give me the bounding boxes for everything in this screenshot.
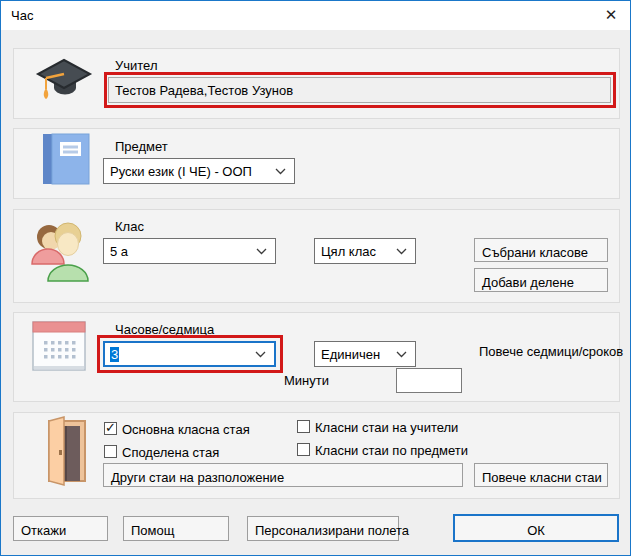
add-division-button[interactable]: Добави делене [474, 268, 608, 292]
titlebar: Час ✕ [1, 1, 630, 30]
hours-per-week-value: 3 [110, 347, 119, 362]
chevron-down-icon [275, 168, 286, 175]
class-scope-value: Цял клас [321, 244, 376, 259]
home-classroom-checkbox-label: Основна класна стая [122, 422, 250, 437]
teacher-rooms-checkbox[interactable]: Класни стаи на учители [297, 420, 458, 435]
subject-rooms-checkbox-box[interactable] [297, 443, 310, 456]
teacher-field[interactable]: Тестов Радева,Тестов Узунов [108, 77, 611, 103]
cancel-button[interactable]: Откажи [13, 516, 108, 541]
class-select-value: 5 а [110, 244, 128, 259]
more-weeks-terms-label[interactable]: Повече седмици/сроков [479, 344, 623, 359]
shared-room-checkbox[interactable]: Споделена стая [104, 445, 219, 460]
hours-per-week-label: Часове/седмица [115, 322, 214, 337]
subject-select[interactable]: Руски език (I ЧЕ) - ООП [103, 158, 295, 184]
chevron-down-icon [396, 248, 407, 255]
class-select[interactable]: 5 а [103, 238, 276, 264]
teacher-rooms-checkbox-box[interactable] [297, 420, 310, 433]
door-icon [33, 416, 89, 488]
class-scope-select[interactable]: Цял клас [314, 238, 416, 264]
lesson-dialog: Час ✕ Учител Тестов Радева,Тестов Узунов… [0, 0, 631, 556]
teacher-label: Учител [115, 58, 158, 73]
help-button[interactable]: Помощ [123, 516, 229, 541]
calendar-icon [31, 319, 87, 375]
class-label: Клас [115, 219, 144, 234]
subject-rooms-checkbox[interactable]: Класни стаи по предмети [297, 443, 468, 458]
chevron-down-icon [256, 248, 267, 255]
subject-select-value: Руски език (I ЧЕ) - ООП [110, 164, 252, 179]
shared-room-checkbox-box[interactable] [104, 445, 117, 458]
home-classroom-checkbox-box[interactable] [104, 422, 117, 435]
custom-fields-button[interactable]: Персонализирани полета [247, 516, 399, 541]
subject-label: Предмет [115, 139, 168, 154]
chevron-down-icon [396, 351, 407, 358]
hours-per-week-combo[interactable]: 3 [103, 341, 276, 367]
home-classroom-checkbox[interactable]: Основна класна стая [104, 422, 250, 437]
window-title: Час [11, 8, 33, 23]
minutes-input[interactable] [396, 368, 462, 393]
chevron-down-icon [255, 351, 266, 358]
subject-rooms-checkbox-label: Класни стаи по предмети [315, 443, 468, 458]
period-type-value: Единичен [321, 347, 380, 362]
ok-button[interactable]: ОК [453, 514, 619, 542]
period-type-select[interactable]: Единичен [314, 341, 416, 367]
joined-classes-button[interactable]: Събрани класове [474, 238, 608, 262]
minutes-label: Минути [284, 373, 329, 388]
students-icon [29, 219, 91, 283]
close-button[interactable]: ✕ [596, 1, 626, 29]
other-available-rooms-button[interactable]: Други стаи на разположение [103, 463, 463, 487]
graduation-cap-icon [35, 57, 93, 109]
book-icon [41, 132, 91, 186]
shared-room-checkbox-label: Споделена стая [122, 445, 219, 460]
more-classrooms-button[interactable]: Повече класни стаи [474, 463, 608, 487]
teacher-rooms-checkbox-label: Класни стаи на учители [315, 420, 458, 435]
